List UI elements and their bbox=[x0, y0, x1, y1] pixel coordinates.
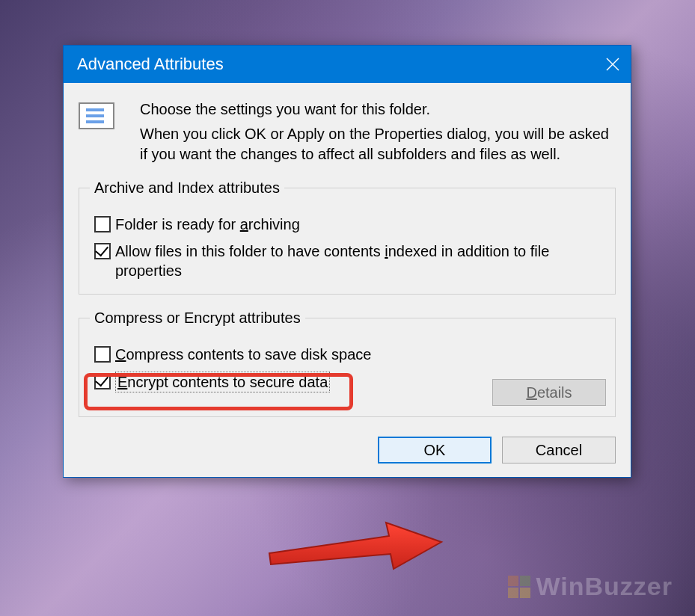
compress-encrypt-group: Compress or Encrypt attributes Compress … bbox=[79, 309, 616, 417]
close-button[interactable] bbox=[595, 46, 631, 83]
index-label: Allow files in this folder to have conte… bbox=[115, 241, 604, 280]
archive-index-group: Archive and Index attributes Folder is r… bbox=[79, 179, 616, 295]
advanced-attributes-dialog: Advanced Attributes Choose the settings … bbox=[63, 45, 631, 478]
index-checkbox[interactable] bbox=[94, 243, 111, 259]
intro-text: Choose the settings you want for this fo… bbox=[140, 99, 616, 164]
compress-encrypt-legend: Compress or Encrypt attributes bbox=[90, 309, 305, 327]
index-checkbox-row[interactable]: Allow files in this folder to have conte… bbox=[94, 241, 604, 280]
button-row: OK Cancel bbox=[79, 432, 616, 463]
close-icon bbox=[606, 58, 619, 71]
encrypt-label: Encrypt contents to secure data bbox=[115, 372, 330, 392]
intro-line1: Choose the settings you want for this fo… bbox=[140, 99, 616, 120]
details-button[interactable]: Details bbox=[492, 379, 606, 406]
watermark: WinBuzzer bbox=[508, 572, 673, 601]
titlebar[interactable]: Advanced Attributes bbox=[64, 46, 631, 83]
compress-checkbox-row[interactable]: Compress contents to save disk space bbox=[94, 345, 604, 364]
archive-index-legend: Archive and Index attributes bbox=[90, 179, 284, 197]
dialog-content: Choose the settings you want for this fo… bbox=[64, 83, 631, 477]
properties-icon bbox=[79, 99, 120, 164]
annotation-arrow bbox=[262, 520, 449, 579]
compress-label: Compress contents to save disk space bbox=[115, 345, 371, 364]
cancel-button[interactable]: Cancel bbox=[502, 437, 616, 463]
encrypt-checkbox[interactable] bbox=[94, 373, 111, 389]
archive-checkbox-row[interactable]: Folder is ready for archiving bbox=[94, 215, 604, 234]
ok-button[interactable]: OK bbox=[378, 437, 492, 463]
compress-checkbox[interactable] bbox=[94, 346, 111, 363]
intro-section: Choose the settings you want for this fo… bbox=[79, 99, 616, 164]
dialog-title: Advanced Attributes bbox=[77, 55, 595, 74]
intro-line2: When you click OK or Apply on the Proper… bbox=[140, 124, 616, 164]
archive-label: Folder is ready for archiving bbox=[115, 215, 300, 234]
watermark-text: WinBuzzer bbox=[536, 572, 673, 601]
watermark-logo-icon bbox=[508, 576, 530, 598]
archive-checkbox[interactable] bbox=[94, 216, 111, 232]
